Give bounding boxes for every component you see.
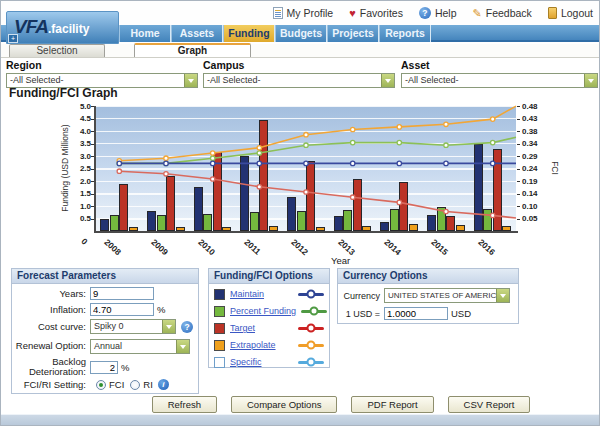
right-tick-label: 0.29 — [522, 152, 550, 161]
x-tick-label: 2009 — [149, 237, 170, 257]
utility-logout[interactable]: Logout — [548, 7, 593, 19]
funding-fci-chart: Funding (USD Millions) FCI 5.04.54.03.53… — [1, 97, 600, 265]
help-icon[interactable]: ? — [181, 321, 193, 333]
dropdown-arrow-icon[interactable] — [162, 320, 175, 333]
legend-link-target[interactable]: Target — [230, 323, 293, 333]
marker-target-fci — [117, 169, 121, 173]
expand-toggle-icon[interactable]: + — [8, 34, 18, 43]
backlog-deterioration-input[interactable] — [90, 361, 118, 374]
tick-mark — [91, 131, 94, 132]
legend-swatch — [214, 323, 225, 334]
legend-link-specific[interactable]: Specific — [230, 357, 293, 367]
x-tick-label: 2015 — [429, 237, 450, 257]
nav-tab-projects[interactable]: Projects — [327, 25, 379, 42]
tick-mark — [91, 219, 94, 220]
logo-suffix-text: .facility — [48, 22, 89, 36]
pencil-icon: ✎ — [473, 8, 482, 19]
line-layer — [96, 106, 524, 236]
tick-mark — [517, 131, 520, 132]
utility-links: My Profile♥Favorites?Help✎FeedbackLogout — [273, 1, 593, 25]
backlog-unit: % — [121, 362, 129, 373]
nav-tab-reports[interactable]: Reports — [379, 25, 431, 42]
marker-target-fci — [351, 195, 355, 199]
fci-ri-setting-label: FCI/RI Setting: — [12, 380, 90, 390]
fci-radio[interactable] — [96, 380, 106, 390]
subtab-graph[interactable]: Graph — [134, 43, 251, 57]
marker-maintain-fci — [117, 161, 121, 165]
asset-select[interactable]: -All Selected- — [401, 73, 598, 88]
currency-panel-title: Currency Options — [338, 269, 518, 284]
inflation-input[interactable] — [90, 303, 154, 316]
cost-curve-label: Cost curve: — [12, 322, 90, 332]
legend-link-maintain[interactable]: Maintain — [230, 289, 293, 299]
left-tick-label: 1.0 — [65, 202, 91, 211]
dropdown-arrow-icon[interactable] — [584, 74, 597, 87]
ri-radio[interactable] — [130, 380, 140, 390]
refresh-button[interactable]: Refresh — [152, 396, 217, 413]
legend-line-icon — [301, 310, 327, 313]
tick-mark — [91, 106, 94, 107]
tick-mark — [91, 144, 94, 145]
right-tick-label: 0.38 — [522, 127, 550, 136]
right-tick-label: 0.19 — [522, 177, 550, 186]
currency-value: UNITED STATES OF AMERICA - Dollar — [385, 289, 496, 302]
subtab-selection[interactable]: Selection — [9, 44, 105, 57]
x-tick-label: 2008 — [103, 237, 124, 257]
years-input[interactable] — [90, 287, 154, 300]
left-tick-label: 2.5 — [65, 164, 91, 173]
backlog-deterioration-label: Backlog Deterioration: — [12, 357, 90, 377]
utility-label: Logout — [561, 7, 593, 19]
right-tick-label: 0.34 — [522, 139, 550, 148]
utility-my-profile[interactable]: My Profile — [273, 7, 334, 19]
marker-extrapolate-fci — [444, 122, 448, 126]
pdf-report-button[interactable]: PDF Report — [351, 396, 433, 413]
marker-extrapolate-fci — [257, 146, 261, 150]
nav-tab-assets[interactable]: Assets — [171, 25, 223, 42]
filter-label-region: Region — [6, 59, 198, 71]
x-axis-title: Year — [331, 255, 350, 266]
legend-line-icon — [298, 361, 324, 364]
utility-help[interactable]: ?Help — [419, 7, 457, 19]
rate-label: 1 USD = — [338, 309, 384, 319]
dropdown-arrow-icon[interactable] — [184, 74, 197, 87]
rate-input[interactable] — [384, 307, 448, 320]
campus-selected-value: -All Selected- — [204, 74, 381, 87]
tick-mark — [517, 156, 520, 157]
right-tick-label: 0.10 — [522, 202, 550, 211]
nav-tab-home[interactable]: Home — [119, 25, 171, 42]
x-tick-label: 2010 — [196, 237, 217, 257]
csv-report-button[interactable]: CSV Report — [448, 396, 531, 413]
origin-label: 0 — [79, 236, 89, 247]
x-tick-label: 2012 — [289, 237, 310, 257]
action-buttons: RefreshCompare OptionsPDF ReportCSV Repo… — [41, 396, 600, 413]
marker-extrapolate-fci — [491, 117, 495, 121]
nav-tab-budgets[interactable]: Budgets — [275, 25, 327, 42]
filter-campus: Campus-All Selected- — [203, 59, 395, 88]
dropdown-arrow-icon[interactable] — [381, 74, 394, 87]
currency-options-panel: Currency Options Currency UNITED STATES … — [337, 268, 519, 324]
left-tick-label: 4.5 — [65, 114, 91, 123]
info-icon[interactable]: i — [158, 379, 169, 390]
legend-link-percent-funding[interactable]: Percent Funding — [230, 306, 296, 316]
forecast-parameters-panel: Forecast Parameters Years: Inflation: % … — [11, 268, 199, 394]
legend-link-extrapolate[interactable]: Extrapolate — [230, 340, 293, 350]
legend-swatch — [214, 357, 225, 368]
legend-row-percent-funding: Percent Funding — [214, 304, 324, 318]
nav-tab-funding[interactable]: Funding — [223, 25, 275, 42]
currency-label: Currency — [338, 291, 384, 301]
tick-mark — [517, 181, 520, 182]
logout-icon — [548, 7, 557, 19]
renewal-option-select[interactable]: Annual — [90, 339, 190, 354]
filter-asset: Asset-All Selected- — [401, 59, 598, 88]
inflation-label: Inflation: — [12, 305, 90, 315]
currency-select[interactable]: UNITED STATES OF AMERICA - Dollar — [384, 288, 510, 303]
campus-select[interactable]: -All Selected- — [203, 73, 395, 88]
dropdown-arrow-icon[interactable] — [176, 340, 189, 353]
dropdown-arrow-icon[interactable] — [496, 289, 509, 302]
compare-options-button[interactable]: Compare Options — [231, 396, 337, 413]
utility-feedback[interactable]: ✎Feedback — [473, 7, 532, 19]
legend-line-icon — [298, 344, 324, 347]
utility-favorites[interactable]: ♥Favorites — [349, 7, 403, 19]
cost-curve-select[interactable]: Spiky 0 — [90, 319, 176, 334]
line-extrapolate-fci — [119, 106, 516, 161]
